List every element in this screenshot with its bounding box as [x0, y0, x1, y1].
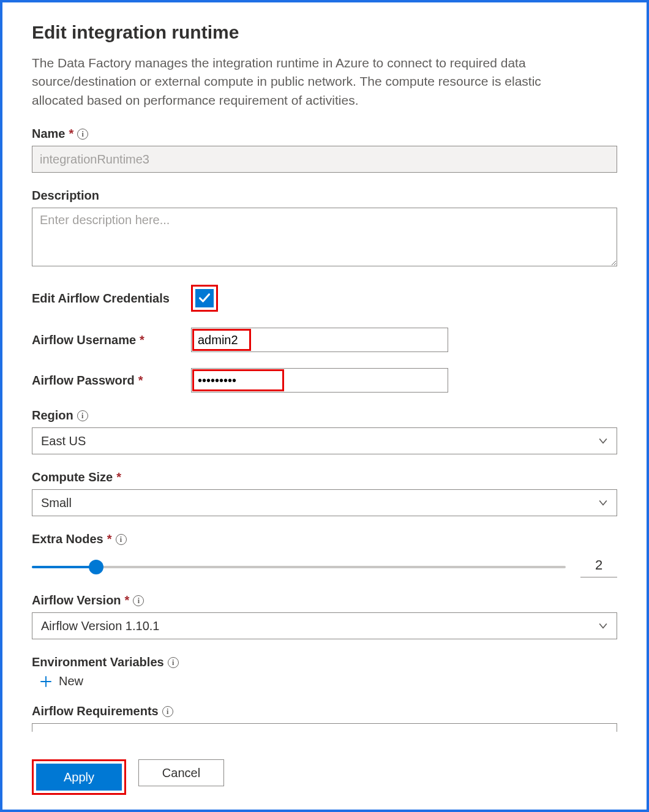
description-input[interactable] — [32, 208, 617, 266]
airflow-requirements-field: Airflow Requirements i — [32, 704, 617, 732]
edit-credentials-row: Edit Airflow Credentials — [32, 285, 617, 312]
apply-button-highlight: Apply — [32, 759, 126, 795]
description-label-text: Description — [32, 189, 99, 203]
extra-nodes-slider-row: 2 — [32, 551, 617, 577]
compute-size-select[interactable]: Small — [32, 489, 617, 516]
description-field: Description — [32, 189, 617, 269]
region-label-text: Region — [32, 408, 73, 423]
apply-button[interactable]: Apply — [36, 764, 122, 791]
env-vars-label: Environment Variables i — [32, 655, 617, 669]
chevron-down-icon — [598, 498, 608, 508]
slider-track — [32, 566, 566, 568]
region-field: Region i East US — [32, 408, 617, 454]
env-vars-field: Environment Variables i New — [32, 655, 617, 688]
region-label: Region i — [32, 408, 617, 423]
edit-integration-runtime-panel: Edit integration runtime The Data Factor… — [0, 0, 649, 812]
info-icon[interactable]: i — [77, 410, 88, 421]
extra-nodes-value[interactable]: 2 — [580, 556, 617, 577]
airflow-username-label-text: Airflow Username — [32, 333, 136, 347]
cancel-button[interactable]: Cancel — [138, 759, 224, 786]
chevron-down-icon — [598, 436, 608, 446]
compute-size-label-text: Compute Size — [32, 470, 113, 484]
airflow-requirements-box[interactable] — [32, 723, 617, 732]
name-field: Name * i — [32, 127, 617, 173]
airflow-version-label-text: Airflow Version — [32, 593, 121, 607]
compute-size-field: Compute Size * Small — [32, 470, 617, 516]
info-icon[interactable]: i — [116, 534, 127, 545]
required-asterisk: * — [140, 333, 144, 347]
compute-size-label: Compute Size * — [32, 470, 617, 484]
airflow-username-input-wrap — [191, 328, 448, 352]
name-label-text: Name — [32, 127, 65, 141]
region-select[interactable]: East US — [32, 427, 617, 454]
airflow-password-label-text: Airflow Password — [32, 374, 135, 388]
airflow-username-label: Airflow Username * — [32, 333, 191, 347]
airflow-version-field: Airflow Version * i Airflow Version 1.10… — [32, 593, 617, 639]
extra-nodes-slider[interactable] — [32, 560, 566, 574]
airflow-password-label: Airflow Password * — [32, 374, 191, 388]
extra-nodes-label: Extra Nodes * i — [32, 532, 617, 546]
extra-nodes-field: Extra Nodes * i 2 — [32, 532, 617, 577]
info-icon[interactable]: i — [168, 657, 179, 668]
env-vars-new-label: New — [59, 674, 83, 688]
edit-credentials-label-text: Edit Airflow Credentials — [32, 291, 170, 306]
required-asterisk: * — [138, 374, 143, 388]
airflow-version-select[interactable]: Airflow Version 1.10.1 — [32, 612, 617, 639]
required-asterisk: * — [69, 127, 73, 141]
edit-credentials-label: Edit Airflow Credentials — [32, 291, 191, 306]
slider-thumb[interactable] — [89, 560, 103, 574]
edit-credentials-highlight — [191, 285, 218, 312]
airflow-password-input[interactable] — [191, 368, 448, 393]
airflow-username-input[interactable] — [191, 328, 448, 352]
airflow-password-input-wrap — [191, 368, 448, 393]
description-label: Description — [32, 189, 617, 203]
name-label: Name * i — [32, 127, 617, 141]
panel-description: The Data Factory manages the integration… — [32, 54, 583, 110]
airflow-password-row: Airflow Password * — [32, 368, 617, 393]
env-vars-new-button[interactable]: New — [39, 674, 83, 688]
airflow-username-row: Airflow Username * — [32, 328, 617, 352]
checkmark-icon — [198, 292, 211, 304]
compute-size-select-value: Small — [41, 496, 72, 510]
airflow-version-select-value: Airflow Version 1.10.1 — [41, 619, 159, 633]
edit-credentials-checkbox[interactable] — [195, 289, 214, 307]
airflow-requirements-label: Airflow Requirements i — [32, 704, 617, 718]
required-asterisk: * — [125, 593, 130, 607]
name-input — [32, 146, 617, 173]
airflow-requirements-label-text: Airflow Requirements — [32, 704, 159, 718]
env-vars-label-text: Environment Variables — [32, 655, 164, 669]
form-scroll-area: Edit integration runtime The Data Factor… — [32, 22, 617, 742]
panel-title: Edit integration runtime — [32, 22, 617, 43]
slider-fill — [32, 566, 96, 568]
required-asterisk: * — [107, 532, 112, 546]
plus-icon — [39, 675, 53, 688]
info-icon[interactable]: i — [133, 595, 144, 606]
chevron-down-icon — [598, 621, 608, 631]
info-icon[interactable]: i — [162, 706, 173, 717]
airflow-version-label: Airflow Version * i — [32, 593, 617, 607]
extra-nodes-label-text: Extra Nodes — [32, 532, 103, 546]
required-asterisk: * — [116, 470, 121, 484]
region-select-value: East US — [41, 434, 86, 448]
info-icon[interactable]: i — [77, 129, 88, 140]
panel-footer: Apply Cancel — [32, 742, 617, 795]
